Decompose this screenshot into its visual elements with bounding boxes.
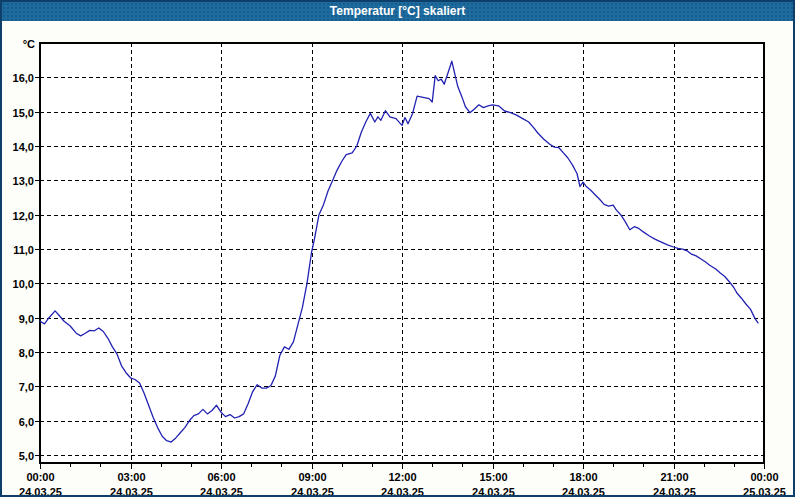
y-tick-label: 5,0: [19, 450, 34, 462]
y-tick-label: 11,0: [13, 244, 34, 256]
y-tick-label: 7,0: [19, 381, 34, 393]
x-tick-time-label: 00:00: [26, 471, 54, 483]
y-tick-label: 15,0: [13, 107, 34, 119]
y-tick-label: 13,0: [13, 175, 34, 187]
x-tick-time-label: 18:00: [569, 471, 597, 483]
x-tick-time-label: 09:00: [298, 471, 326, 483]
x-tick-date-label: 25.03.25: [743, 486, 786, 495]
x-tick-time-label: 06:00: [207, 471, 235, 483]
app-window: Temperatur [°C] skaliert 16,015,014,013,…: [0, 0, 795, 497]
temperature-chart[interactable]: 16,015,014,013,012,011,010,09,08,07,06,0…: [2, 21, 793, 495]
x-tick-date-label: 24.03.25: [110, 486, 153, 495]
x-tick-time-label: 00:00: [750, 471, 778, 483]
chart-area: 16,015,014,013,012,011,010,09,08,07,06,0…: [2, 21, 793, 495]
y-tick-label: 14,0: [13, 141, 34, 153]
x-tick-date-label: 24.03.25: [653, 486, 696, 495]
x-tick-time-label: 21:00: [660, 471, 688, 483]
y-tick-label: 10,0: [13, 278, 34, 290]
y-axis-unit-label: °C: [23, 38, 35, 50]
y-tick-label: 6,0: [19, 416, 34, 428]
title-bar[interactable]: Temperatur [°C] skaliert: [2, 2, 793, 21]
y-tick-label: 9,0: [19, 313, 34, 325]
window-title: Temperatur [°C] skaliert: [330, 2, 465, 21]
x-tick-date-label: 24.03.25: [19, 486, 62, 495]
x-tick-date-label: 24.03.25: [472, 486, 515, 495]
x-tick-date-label: 24.03.25: [291, 486, 334, 495]
y-tick-label: 16,0: [13, 72, 34, 84]
x-tick-time-label: 03:00: [117, 471, 145, 483]
x-tick-date-label: 24.03.25: [200, 486, 243, 495]
x-tick-time-label: 12:00: [388, 471, 416, 483]
x-tick-time-label: 15:00: [479, 471, 507, 483]
x-tick-date-label: 24.03.25: [381, 486, 424, 495]
y-tick-label: 12,0: [13, 210, 34, 222]
x-tick-date-label: 24.03.25: [562, 486, 605, 495]
y-tick-label: 8,0: [19, 347, 34, 359]
